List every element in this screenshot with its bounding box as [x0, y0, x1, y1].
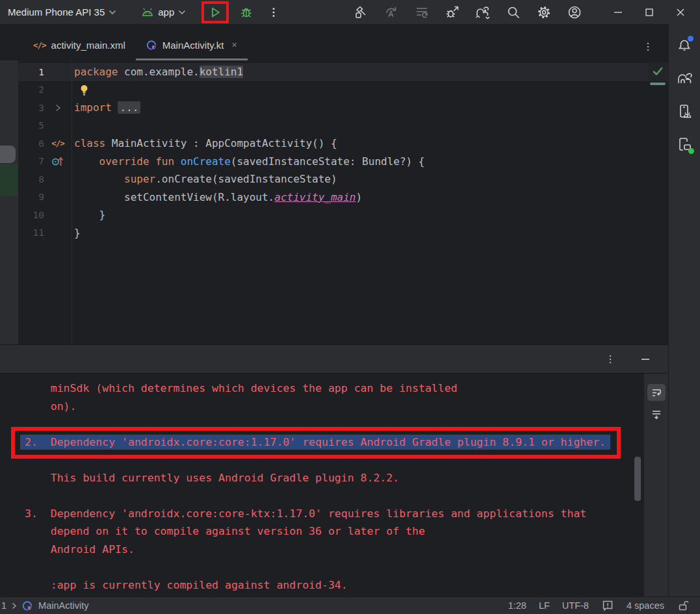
notification-badge: [688, 36, 694, 42]
maximize-button[interactable]: [636, 3, 662, 22]
line-number[interactable]: 9: [18, 192, 44, 202]
title-bar: Medium Phone API 35 app: [0, 0, 700, 24]
console-text: depend on it to compile against version …: [25, 525, 425, 537]
hide-panel-button[interactable]: [634, 350, 656, 369]
code-text[interactable]: package com.example.kotlin1: [71, 66, 243, 78]
editor-line[interactable]: 11}: [18, 224, 668, 242]
inspections-widget[interactable]: [648, 62, 668, 81]
console-scrollbar[interactable]: [634, 457, 641, 501]
line-number[interactable]: 11: [18, 227, 44, 238]
attach-debugger-icon[interactable]: [442, 3, 463, 22]
debug-button[interactable]: [235, 3, 257, 22]
breadcrumb[interactable]: 1 MainActivity: [0, 600, 88, 611]
tab-activity-main-xml[interactable]: </> activity_main.xml: [23, 29, 136, 60]
breadcrumb-class: MainActivity: [38, 600, 88, 611]
settings-icon[interactable]: [534, 3, 554, 22]
editor-line[interactable]: 6</>class MainActivity : AppCompatActivi…: [18, 134, 668, 153]
console-line[interactable]: Android APIs.: [0, 541, 644, 559]
window-divider: [0, 24, 668, 29]
lightbulb-icon: [79, 84, 89, 96]
go-to-xml-icon: </>: [51, 138, 64, 148]
task-list-icon[interactable]: [411, 3, 432, 22]
build-panel-header: [0, 344, 668, 373]
running-devices-icon[interactable]: [673, 134, 696, 156]
unlocked-padlock-icon[interactable]: [677, 599, 690, 612]
sync-a-icon[interactable]: [381, 3, 402, 22]
console-line[interactable]: [0, 451, 644, 469]
code-text[interactable]: import ...: [71, 101, 140, 114]
scroll-to-end-button[interactable]: [647, 406, 666, 423]
caret-position[interactable]: 1:28: [508, 600, 526, 611]
line-number[interactable]: 1: [18, 67, 44, 77]
build-hammer-icon[interactable]: [350, 3, 371, 22]
line-number[interactable]: 5: [18, 120, 44, 131]
stripe-highlight: [0, 164, 18, 196]
override-marker-icon[interactable]: [44, 155, 71, 167]
editor-notification-icon[interactable]: [601, 599, 614, 612]
left-tool-stripe: [0, 60, 18, 344]
gradle-elephant-icon[interactable]: [673, 68, 696, 90]
device-selector[interactable]: Medium Phone API 35: [4, 4, 120, 20]
console-line-selected[interactable]: 2. Dependency 'androidx.core:core:1.17.0…: [0, 433, 644, 452]
console-line[interactable]: :app is currently compiled against andro…: [0, 576, 644, 595]
gradle-sync-icon[interactable]: [473, 3, 493, 22]
device-manager-icon[interactable]: [673, 101, 696, 123]
console-line[interactable]: on).: [0, 398, 644, 416]
tab-close-icon[interactable]: ×: [232, 40, 237, 50]
line-separator[interactable]: LF: [539, 600, 550, 611]
editor-line[interactable]: 2: [18, 81, 668, 99]
run-button[interactable]: [204, 3, 226, 22]
console-line[interactable]: This build currently uses Android Gradle…: [0, 469, 644, 487]
code-text[interactable]: super.onCreate(savedInstanceState): [71, 173, 337, 185]
console-line[interactable]: [0, 415, 644, 433]
line-number[interactable]: 7: [18, 156, 44, 166]
line-number[interactable]: 8: [18, 174, 44, 185]
minimize-button[interactable]: [605, 3, 631, 22]
editor-tab-bar: </> activity_main.xml MainActivity.kt ×: [0, 29, 668, 60]
line-number[interactable]: 10: [18, 210, 44, 220]
editor-line[interactable]: 5: [18, 117, 668, 135]
editor-line[interactable]: 7 override fun onCreate(savedInstanceSta…: [18, 153, 668, 171]
tab-label: activity_main.xml: [51, 40, 125, 51]
line-number[interactable]: 3: [18, 103, 44, 113]
console-line[interactable]: minSdk (which determines which devices t…: [0, 379, 644, 398]
fold-arrow-icon: [54, 103, 62, 112]
fold-arrow-icon[interactable]: [44, 103, 71, 112]
tool-window-handle[interactable]: [0, 146, 16, 163]
editor-line[interactable]: 8 super.onCreate(savedInstanceState): [18, 170, 668, 188]
tab-mainactivity-kt[interactable]: MainActivity.kt ×: [136, 29, 248, 60]
code-editor[interactable]: 1package com.example.kotlin123import ...…: [18, 60, 668, 344]
editor-line[interactable]: 1package com.example.kotlin1: [18, 63, 668, 81]
code-text[interactable]: setContentView(R.layout.activity_main): [71, 191, 362, 203]
file-encoding[interactable]: UTF-8: [562, 600, 589, 611]
editor-line[interactable]: 9 setContentView(R.layout.activity_main): [18, 188, 668, 207]
code-text[interactable]: class MainActivity : AppCompatActivity()…: [71, 137, 337, 149]
build-panel-options-button[interactable]: [599, 350, 621, 369]
editor-line[interactable]: 10 }: [18, 206, 668, 224]
console-line[interactable]: 3. Dependency 'androidx.core:core-ktx:1.…: [0, 505, 644, 523]
close-button[interactable]: [668, 3, 694, 22]
console-text: Android APIs.: [25, 543, 135, 556]
search-icon[interactable]: [503, 3, 524, 22]
xml-tag-icon[interactable]: </>: [44, 138, 71, 148]
soft-wrap-button[interactable]: [647, 384, 666, 401]
console-line[interactable]: [0, 558, 644, 576]
more-options-button[interactable]: [263, 3, 285, 22]
run-config-selector[interactable]: app: [137, 4, 190, 20]
account-icon[interactable]: [564, 3, 585, 22]
console-line[interactable]: [0, 487, 644, 505]
notifications-bell-icon[interactable]: [673, 34, 696, 57]
lightbulb-icon[interactable]: [79, 84, 89, 96]
editor-line[interactable]: 3import ...: [18, 99, 668, 117]
code-text[interactable]: [71, 84, 89, 96]
console-text-area[interactable]: minSdk (which determines which devices t…: [0, 374, 644, 596]
line-number[interactable]: 2: [18, 84, 44, 95]
code-text[interactable]: override fun onCreate(savedInstanceState…: [71, 155, 424, 168]
code-text[interactable]: }: [71, 227, 81, 239]
line-number[interactable]: 6: [18, 138, 44, 149]
tab-options-button[interactable]: [637, 37, 659, 57]
code-text[interactable]: }: [71, 209, 105, 221]
indent-size[interactable]: 4 spaces: [627, 600, 664, 611]
console-text: on).: [25, 400, 76, 413]
console-line[interactable]: depend on it to compile against version …: [0, 522, 644, 541]
